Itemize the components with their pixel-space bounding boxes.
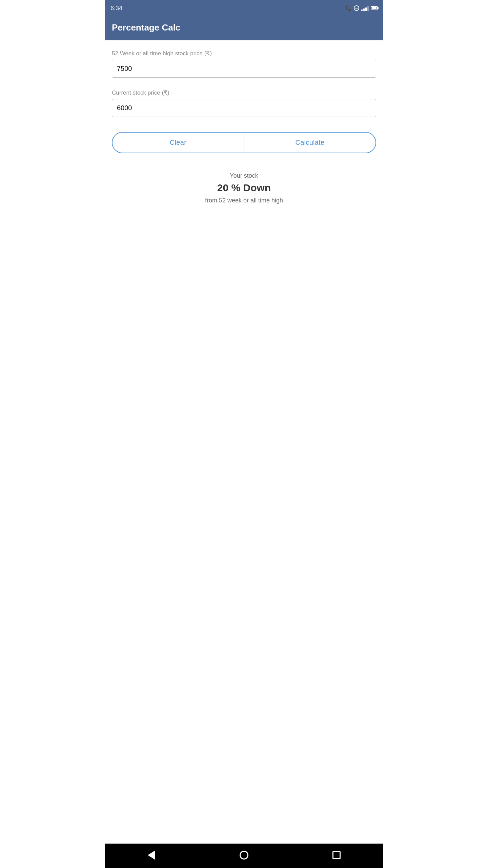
current-price-input[interactable] (112, 99, 376, 117)
clear-button[interactable]: Clear (113, 133, 244, 153)
status-bar: 6:34 📞 (105, 0, 383, 16)
result-suffix: from 52 week or all time high (112, 197, 376, 204)
status-time: 6:34 (110, 5, 122, 12)
no-disturb-icon (354, 5, 359, 11)
battery-icon (371, 6, 378, 10)
nav-back-button[interactable] (141, 848, 162, 862)
field1-group: 52 Week or all time high stock price (₹) (112, 50, 376, 86)
bottom-nav (105, 844, 383, 868)
recent-icon (332, 851, 341, 859)
status-icons: 📞 (345, 5, 378, 11)
calculate-button[interactable]: Calculate (244, 133, 375, 153)
nav-home-button[interactable] (234, 848, 254, 862)
action-buttons: Clear Calculate (112, 132, 376, 153)
app-title: Percentage Calc (112, 22, 180, 33)
signal-icon (361, 5, 369, 11)
high-price-input[interactable] (112, 60, 376, 78)
nav-recent-button[interactable] (326, 848, 347, 862)
back-icon (148, 850, 155, 860)
sim-card-icon: 📞 (345, 5, 352, 11)
app-header: Percentage Calc (105, 16, 383, 40)
result-area: Your stock 20 % Down from 52 week or all… (112, 165, 376, 204)
field1-label: 52 Week or all time high stock price (₹) (112, 50, 376, 57)
result-value: 20 % Down (112, 182, 376, 194)
field2-group: Current stock price (₹) (112, 89, 376, 125)
field2-label: Current stock price (₹) (112, 89, 376, 96)
home-icon (240, 851, 248, 860)
result-prefix: Your stock (112, 172, 376, 179)
main-content: 52 Week or all time high stock price (₹)… (105, 40, 383, 844)
